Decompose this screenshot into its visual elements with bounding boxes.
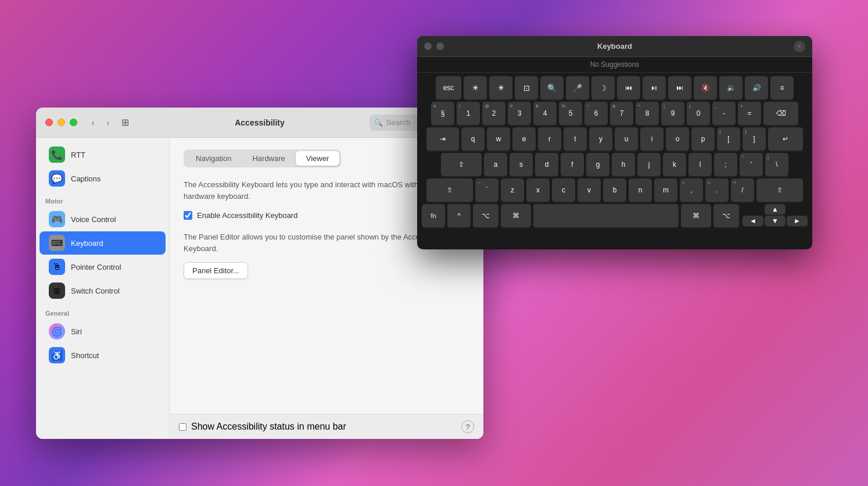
key-play-pause[interactable]: ⏯ xyxy=(643,76,666,99)
enable-keyboard-checkbox[interactable] xyxy=(184,211,192,220)
kb-minimize-button[interactable] xyxy=(436,42,444,50)
panel-editor-button[interactable]: Panel Editor... xyxy=(184,262,248,279)
key-tab[interactable]: ⇥ xyxy=(426,127,459,151)
key-r[interactable]: r xyxy=(538,127,561,151)
key-3[interactable]: #3 xyxy=(508,102,531,125)
key-m[interactable]: m xyxy=(654,178,677,202)
key-semicolon[interactable]: :; xyxy=(714,153,737,176)
sidebar-item-pointer-control[interactable]: 🖱 Pointer Control xyxy=(40,255,166,278)
key-brightness-down[interactable]: ☀ xyxy=(464,76,487,99)
key-capslock[interactable]: ⇪ xyxy=(441,153,482,176)
kb-close-button[interactable] xyxy=(424,42,432,50)
key-p[interactable]: p xyxy=(691,127,715,151)
show-status-checkbox[interactable] xyxy=(179,423,186,431)
key-brightness-up[interactable]: ☀ xyxy=(489,76,512,99)
close-button[interactable] xyxy=(45,119,53,126)
sidebar-item-siri[interactable]: 🌀 Siri xyxy=(40,320,166,343)
key-vol-down[interactable]: 🔉 xyxy=(719,76,743,99)
key-arrow-up[interactable]: ▲ xyxy=(765,204,785,215)
key-slash[interactable]: ?/ xyxy=(731,178,754,202)
key-equals[interactable]: += xyxy=(738,102,761,125)
tab-hardware[interactable]: Hardware xyxy=(242,151,295,166)
key-fast-forward[interactable]: ⏭ xyxy=(668,76,691,99)
key-a[interactable]: a xyxy=(484,153,507,176)
key-menu[interactable]: ≡ xyxy=(770,76,794,99)
key-backslash[interactable]: |\ xyxy=(765,153,788,176)
key-shift-right[interactable]: ⇧ xyxy=(756,178,803,202)
tab-viewer[interactable]: Viewer xyxy=(296,151,340,166)
grid-icon[interactable]: ⊞ xyxy=(121,117,129,128)
key-n[interactable]: n xyxy=(629,178,652,202)
key-spacebar[interactable] xyxy=(533,204,679,227)
key-bracket-left[interactable]: {[ xyxy=(717,127,740,151)
key-section[interactable]: #§ xyxy=(431,102,454,125)
key-ctrl[interactable]: ^ xyxy=(447,204,471,227)
key-t[interactable]: t xyxy=(564,127,587,151)
kb-expand-button[interactable]: + xyxy=(794,41,805,52)
key-g[interactable]: g xyxy=(586,153,609,176)
key-y[interactable]: y xyxy=(589,127,612,151)
key-backtick[interactable]: ~` xyxy=(475,178,498,202)
key-7[interactable]: &7 xyxy=(610,102,633,125)
key-j[interactable]: j xyxy=(637,153,661,176)
key-4[interactable]: $4 xyxy=(533,102,557,125)
key-period[interactable]: >. xyxy=(705,178,729,202)
sidebar-item-keyboard[interactable]: ⌨ Keyboard xyxy=(40,231,166,255)
key-9[interactable]: (9 xyxy=(661,102,684,125)
sidebar-item-captions[interactable]: 💬 Captions xyxy=(40,167,166,190)
key-k[interactable]: k xyxy=(663,153,686,176)
key-e[interactable]: e xyxy=(512,127,536,151)
key-bracket-right[interactable]: }] xyxy=(743,127,766,151)
key-comma[interactable]: <, xyxy=(680,178,703,202)
key-arrow-left[interactable]: ◄ xyxy=(743,216,763,226)
key-h[interactable]: h xyxy=(612,153,635,176)
key-i[interactable]: i xyxy=(640,127,663,151)
key-s[interactable]: s xyxy=(510,153,533,176)
key-option-left[interactable]: ⌥ xyxy=(473,204,498,227)
key-quote[interactable]: "' xyxy=(740,153,763,176)
key-mission-control[interactable]: ⊡ xyxy=(515,76,538,99)
help-button[interactable]: ? xyxy=(461,420,474,433)
key-backspace[interactable]: ⌫ xyxy=(763,102,798,125)
key-dnd[interactable]: ☽ xyxy=(591,76,615,99)
key-esc[interactable]: esc xyxy=(436,76,461,99)
key-search[interactable]: 🔍 xyxy=(540,76,564,99)
key-0[interactable]: )0 xyxy=(687,102,710,125)
key-1[interactable]: !1 xyxy=(457,102,480,125)
key-minus[interactable]: _- xyxy=(712,102,736,125)
key-return[interactable]: ↵ xyxy=(768,127,803,151)
sidebar-item-rtt[interactable]: 📞 RTT xyxy=(40,143,166,166)
sidebar-item-switch-control[interactable]: ⊞ Switch Control xyxy=(40,279,166,302)
sidebar-item-shortcut[interactable]: ♿ Shortcut xyxy=(40,344,166,367)
key-rewind[interactable]: ⏮ xyxy=(617,76,640,99)
key-fn[interactable]: fn xyxy=(422,204,445,227)
key-b[interactable]: b xyxy=(603,178,626,202)
key-q[interactable]: q xyxy=(461,127,485,151)
key-u[interactable]: u xyxy=(615,127,638,151)
key-cmd-right[interactable]: ⌘ xyxy=(681,204,711,227)
key-mute[interactable]: 🔇 xyxy=(694,76,717,99)
sidebar-item-voice-control[interactable]: 🎮 Voice Control xyxy=(40,208,166,231)
key-l[interactable]: l xyxy=(688,153,712,176)
minimize-button[interactable] xyxy=(58,119,65,126)
key-mic[interactable]: 🎤 xyxy=(566,76,589,99)
key-vol-up[interactable]: 🔊 xyxy=(745,76,768,99)
key-6[interactable]: ^6 xyxy=(584,102,608,125)
key-2[interactable]: @2 xyxy=(482,102,505,125)
key-f[interactable]: f xyxy=(561,153,584,176)
key-arrow-down[interactable]: ▼ xyxy=(765,216,785,226)
key-8[interactable]: *8 xyxy=(636,102,659,125)
key-shift-left[interactable]: ⇧ xyxy=(426,178,473,202)
key-v[interactable]: v xyxy=(578,178,601,202)
key-arrow-right[interactable]: ► xyxy=(787,216,808,226)
back-arrow[interactable]: ‹ xyxy=(87,116,99,129)
maximize-button[interactable] xyxy=(70,119,77,126)
key-cmd-left[interactable]: ⌘ xyxy=(501,204,531,227)
key-option-right[interactable]: ⌥ xyxy=(713,204,739,227)
key-c[interactable]: c xyxy=(552,178,575,202)
tab-navigation[interactable]: Navigation xyxy=(185,151,242,166)
forward-arrow[interactable]: › xyxy=(102,116,114,129)
key-z[interactable]: z xyxy=(501,178,524,202)
key-w[interactable]: w xyxy=(487,127,510,151)
key-x[interactable]: x xyxy=(526,178,550,202)
